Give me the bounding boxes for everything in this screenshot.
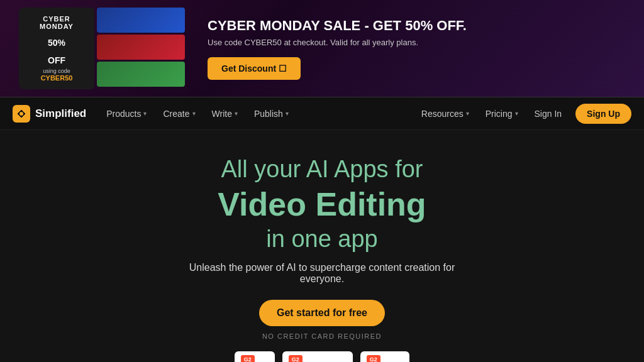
promo-code: CYBER50 — [41, 74, 73, 82]
cyber-monday-label: CYBER MONDAY — [25, 15, 88, 30]
svg-point-0 — [19, 112, 23, 116]
badge-top100: G2 Top 100 Fastest Growing Products — [282, 351, 353, 362]
g2-icon: G2 — [367, 355, 380, 362]
main-navbar: Simplified Products ▾ Create ▾ Write ▾ P… — [0, 97, 644, 130]
chevron-down-icon: ▾ — [143, 110, 147, 117]
banner-headline: CYBER MONDAY SALE - GET 50% OFF. — [208, 18, 625, 34]
discount-amount: 50% OFF — [48, 31, 65, 67]
nav-resources[interactable]: Resources ▾ — [414, 105, 477, 123]
thumb-1 — [97, 8, 185, 33]
get-discount-button[interactable]: Get Discount ☐ — [208, 57, 301, 80]
badge-top50: G2 Top 50 Design Products — [360, 351, 410, 362]
banner-left-promo: CYBER MONDAY 50% OFF using code CYBER50 — [19, 8, 94, 89]
no-credit-card-text: NO CREDIT CARD REQUIRED — [262, 332, 382, 340]
nav-products[interactable]: Products ▾ — [99, 105, 154, 123]
nav-auth: Sign In Sign Up — [526, 104, 631, 124]
g2-icon: G2 — [241, 355, 255, 362]
logo-text: Simplified — [35, 107, 86, 120]
logo-icon — [13, 105, 30, 123]
hero-line3: in one app — [266, 225, 378, 254]
hero-line2: Video Editing — [218, 187, 426, 222]
banner-text: CYBER MONDAY SALE - GET 50% OFF. Use cod… — [208, 18, 625, 80]
badge-leader: G2 Leader WINTER — [235, 351, 275, 362]
sign-in-button[interactable]: Sign In — [526, 105, 571, 123]
nav-create[interactable]: Create ▾ — [155, 105, 203, 123]
hero-section: All your AI Apps for Video Editing in on… — [0, 130, 644, 362]
nav-publish[interactable]: Publish ▾ — [247, 105, 296, 123]
using-code-text: using code — [43, 68, 70, 74]
chevron-down-icon: ▾ — [192, 110, 196, 117]
get-started-button[interactable]: Get started for free — [259, 300, 385, 326]
promo-banner: CYBER MONDAY 50% OFF using code CYBER50 … — [0, 0, 644, 97]
g2-badges: G2 Leader WINTER G2 Top 100 Fastest Grow… — [235, 351, 410, 362]
chevron-down-icon: ▾ — [286, 110, 289, 117]
thumb-3 — [97, 62, 185, 87]
nav-pricing[interactable]: Pricing ▾ — [478, 105, 526, 123]
banner-subtext: Use code CYBER50 at checkout. Valid for … — [208, 38, 625, 47]
hero-subtitle: Unleash the power of AI to supercharge c… — [171, 262, 473, 285]
logo[interactable]: Simplified — [13, 105, 86, 123]
chevron-down-icon: ▾ — [466, 110, 469, 117]
nav-write[interactable]: Write ▾ — [204, 105, 245, 123]
thumb-2 — [97, 35, 185, 60]
chevron-down-icon: ▾ — [515, 110, 518, 117]
banner-thumbnails — [97, 8, 185, 89]
sign-up-button[interactable]: Sign Up — [575, 104, 631, 124]
chevron-down-icon: ▾ — [235, 110, 238, 117]
g2-icon: G2 — [289, 355, 303, 362]
hero-line1: All your AI Apps for — [221, 155, 423, 184]
nav-items: Products ▾ Create ▾ Write ▾ Publish ▾ Re… — [99, 105, 525, 123]
banner-images: CYBER MONDAY 50% OFF using code CYBER50 — [19, 8, 189, 89]
